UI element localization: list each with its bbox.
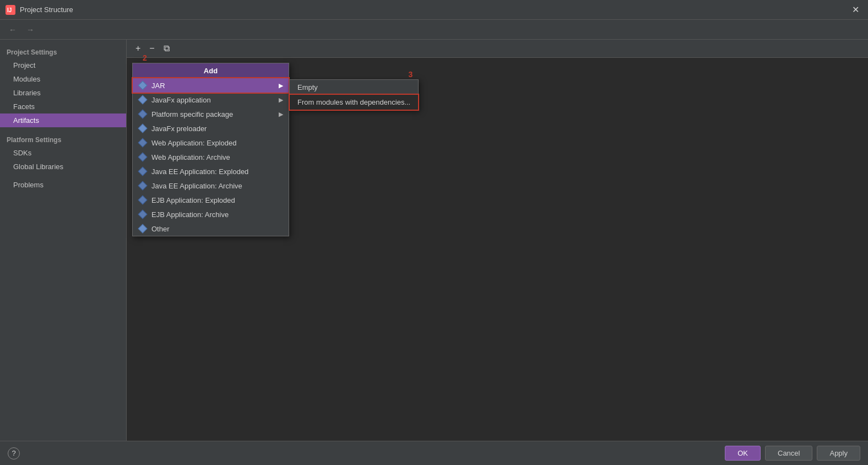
content-toolbar: + − ⧉: [127, 40, 868, 58]
bottom-actions: OK Cancel Apply: [725, 446, 860, 461]
sidebar: Project Settings Project Modules Librari…: [0, 40, 127, 441]
menu-item-other[interactable]: Other: [133, 221, 289, 236]
close-button[interactable]: ✕: [849, 3, 862, 16]
dropdown-container: 2 Add JAR ▶ J: [132, 63, 419, 236]
forward-button[interactable]: →: [23, 24, 37, 35]
platform-settings-label: Platform Settings: [0, 132, 126, 146]
app-icon: IJ: [6, 5, 15, 15]
java-ee-archive-icon: [138, 181, 147, 190]
sidebar-item-sdks[interactable]: SDKs: [0, 146, 126, 160]
sidebar-item-global-libraries[interactable]: Global Libraries: [0, 160, 126, 174]
javafx-preloader-icon: [138, 124, 147, 133]
back-button[interactable]: ←: [6, 24, 20, 35]
javafx-app-icon: [138, 95, 147, 104]
menu-item-javafx-preloader[interactable]: JavaFx preloader: [133, 121, 289, 136]
project-settings-label: Project Settings: [0, 44, 126, 58]
remove-button[interactable]: −: [146, 43, 158, 54]
jar-submenu: 3 Empty From modules with dependencies..…: [289, 79, 419, 110]
web-app-exploded-icon: [138, 138, 147, 147]
title-bar-left: IJ Project Structure: [6, 5, 73, 15]
menu-item-ejb-archive[interactable]: EJB Application: Archive: [133, 207, 289, 221]
sidebar-item-facets[interactable]: Facets: [0, 100, 126, 113]
jar-icon: [138, 81, 147, 90]
java-ee-exploded-icon: [138, 167, 147, 176]
add-menu-header: 2 Add: [133, 63, 289, 78]
add-button[interactable]: +: [132, 43, 144, 54]
submenu-item-empty[interactable]: Empty: [290, 80, 418, 95]
arrow-icon-2: ▶: [279, 96, 283, 104]
title-bar: IJ Project Structure ✕: [0, 0, 868, 20]
menu-item-java-ee-archive[interactable]: Java EE Application: Archive: [133, 179, 289, 193]
sidebar-item-problems[interactable]: Problems: [0, 178, 126, 192]
sidebar-item-project[interactable]: Project: [0, 58, 126, 72]
sidebar-item-libraries[interactable]: Libraries: [0, 86, 126, 100]
menu-item-javafx-app[interactable]: JavaFx application ▶: [133, 93, 289, 107]
menu-item-platform-pkg[interactable]: Platform specific package ▶: [133, 107, 289, 121]
ejb-exploded-icon: [138, 196, 147, 204]
content-area: + − ⧉ 2 Add JAR: [127, 40, 868, 441]
sidebar-item-modules[interactable]: Modules: [0, 72, 126, 86]
sidebar-item-artifacts[interactable]: 1 Artifacts: [0, 113, 126, 127]
bottom-bar: ? OK Cancel Apply: [0, 441, 868, 465]
menu-item-web-app-archive[interactable]: Web Application: Archive: [133, 150, 289, 164]
web-app-archive-icon: [138, 153, 147, 161]
other-icon: [138, 224, 147, 233]
menu-item-ejb-exploded[interactable]: EJB Application: Exploded: [133, 193, 289, 207]
empty-content: 2 Add JAR ▶ J: [127, 58, 868, 441]
window-title: Project Structure: [20, 6, 73, 14]
menu-item-java-ee-exploded[interactable]: Java EE Application: Exploded: [133, 164, 289, 179]
submenu-item-from-modules[interactable]: From modules with dependencies...: [290, 95, 418, 110]
platform-pkg-icon: [138, 110, 147, 118]
add-menu: 2 Add JAR ▶ J: [132, 63, 289, 236]
menu-item-jar[interactable]: JAR ▶: [133, 78, 289, 93]
svg-text:IJ: IJ: [7, 7, 12, 13]
nav-bar: ← →: [0, 20, 868, 40]
ejb-archive-icon: [138, 210, 147, 219]
ok-button[interactable]: OK: [725, 446, 761, 461]
menu-item-web-app-exploded[interactable]: Web Application: Exploded: [133, 136, 289, 150]
cancel-button[interactable]: Cancel: [765, 446, 812, 461]
arrow-icon: ▶: [279, 82, 283, 89]
arrow-icon-3: ▶: [279, 111, 283, 118]
apply-button[interactable]: Apply: [817, 446, 860, 461]
copy-button[interactable]: ⧉: [160, 43, 173, 54]
badge-3: 3: [408, 70, 413, 79]
main-content: Project Settings Project Modules Librari…: [0, 40, 868, 441]
help-button[interactable]: ?: [8, 447, 20, 459]
